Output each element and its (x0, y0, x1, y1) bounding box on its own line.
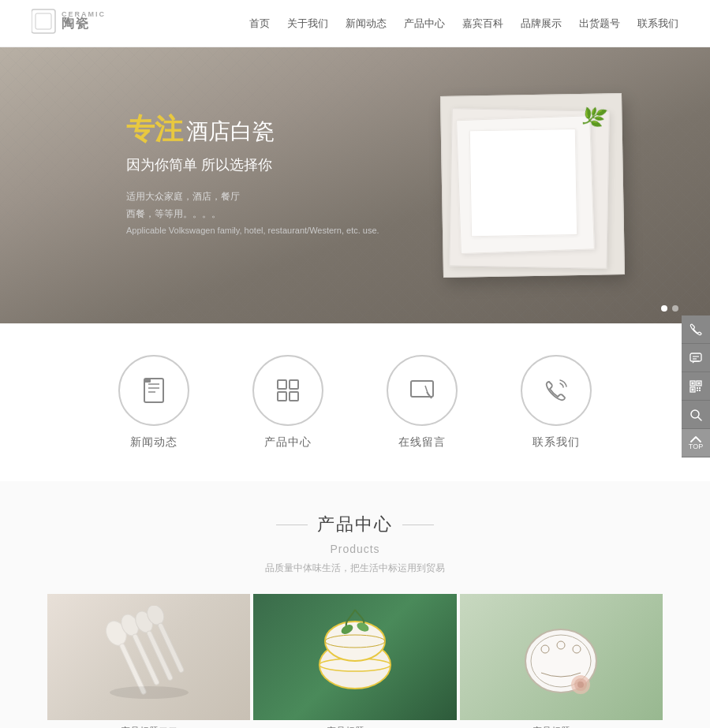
nav-contact[interactable]: 联系我们 (637, 17, 678, 31)
hero-banner: 专注 酒店白瓷 因为你简单 所以选择你 适用大众家庭，酒店，餐厅 西餐，等等用。… (0, 47, 710, 323)
products-desc: 品质量中体味生活，把生活中标运用到贸易 (47, 562, 663, 575)
dot-2[interactable] (672, 305, 678, 312)
products-section: 产品中心 Products 品质量中体味生活，把生活中标运用到贸易 (0, 481, 710, 728)
svg-rect-13 (290, 380, 298, 389)
svg-text:CERAMIC: CERAMIC (62, 10, 106, 18)
svg-rect-80 (699, 390, 701, 391)
banner-dots (661, 305, 678, 312)
nav-home[interactable]: 首页 (249, 17, 270, 31)
product-name-3: 产品标题一一 (460, 720, 663, 728)
svg-rect-79 (697, 390, 698, 391)
svg-rect-76 (692, 388, 694, 390)
products-label: 产品中心 (264, 435, 312, 450)
sidebar-chat-btn[interactable] (682, 344, 710, 372)
products-title-en: Products (47, 543, 663, 555)
banner-product-image: 🌿 (442, 95, 631, 284)
svg-point-27 (110, 686, 189, 699)
main-nav: 首页 关于我们 新闻动态 产品中心 嘉宾百科 品牌展示 出货题号 联系我们 (249, 17, 678, 31)
svg-rect-14 (278, 392, 286, 401)
svg-text:陶瓷: 陶瓷 (62, 17, 90, 30)
sidebar-phone-btn[interactable] (682, 315, 710, 344)
svg-point-41 (577, 681, 584, 688)
banner-text-content: 专注 酒店白瓷 因为你简单 所以选择你 适用大众家庭，酒店，餐厅 西餐，等等用。… (126, 110, 379, 235)
logo-text: 陶瓷 CERAMIC (32, 6, 126, 42)
quick-nav-section: 新闻动态 产品中心 在线留言 (0, 323, 710, 481)
svg-rect-74 (692, 382, 694, 384)
nav-brand[interactable]: 品牌展示 (521, 17, 562, 31)
banner-title-highlight: 专注 (126, 110, 183, 149)
section-title-area: 产品中心 Products 品质量中体味生活，把生活中标运用到贸易 (47, 513, 663, 575)
svg-line-18 (425, 386, 428, 395)
sidebar-search-btn[interactable] (682, 401, 710, 429)
banner-desc-en: Applicable Volkswagen family, hotel, res… (126, 226, 379, 235)
svg-rect-75 (698, 382, 701, 384)
product-card-3[interactable]: 产品标题一一 (460, 594, 663, 728)
banner-subtitle: 因为你简单 所以选择你 (126, 155, 379, 174)
svg-rect-12 (278, 380, 286, 389)
products-grid: 产品标题二二 产品标题一一 (47, 594, 663, 728)
svg-rect-1 (36, 13, 51, 29)
contact-label: 联系我们 (532, 435, 580, 450)
message-label: 在线留言 (398, 435, 446, 450)
product-card-1[interactable]: 产品标题二二 (47, 594, 250, 728)
nav-news[interactable]: 新闻动态 (346, 17, 387, 31)
quick-nav-contact[interactable]: 联系我们 (521, 355, 592, 450)
nav-products[interactable]: 产品中心 (404, 17, 445, 31)
sidebar-qr-btn[interactable] (682, 372, 710, 401)
banner-desc-cn: 适用大众家庭，酒店，餐厅 西餐，等等用。。。。 (126, 189, 379, 222)
nav-wiki[interactable]: 嘉宾百科 (462, 17, 503, 31)
news-label: 新闻动态 (130, 435, 178, 450)
quick-nav-message[interactable]: 在线留言 (387, 355, 458, 450)
sidebar-top-btn[interactable]: TOP (682, 429, 710, 457)
title-line-left (276, 525, 308, 525)
svg-rect-68 (690, 353, 701, 361)
svg-rect-78 (699, 387, 701, 389)
product-card-2[interactable]: 产品标题一一 (253, 594, 456, 728)
product-name-2: 产品标题一一 (253, 720, 456, 728)
product-image-3 (460, 594, 663, 720)
floating-sidebar: TOP (682, 315, 710, 457)
nav-shipment[interactable]: 出货题号 (579, 17, 620, 31)
products-title-cn: 产品中心 (317, 513, 393, 536)
svg-rect-16 (411, 381, 433, 397)
svg-line-82 (698, 417, 701, 420)
product-image-2 (253, 594, 456, 720)
product-name-1: 产品标题二二 (47, 720, 250, 728)
nav-about[interactable]: 关于我们 (287, 17, 328, 31)
contact-icon-circle (521, 355, 592, 426)
header: 陶瓷 CERAMIC 首页 关于我们 新闻动态 产品中心 嘉宾百科 品牌展示 出… (0, 0, 710, 47)
svg-rect-11 (144, 379, 151, 383)
news-icon-circle (118, 355, 189, 426)
svg-point-30 (325, 622, 385, 661)
message-icon-circle (387, 355, 458, 426)
banner-title-rest: 酒店白瓷 (186, 117, 275, 147)
logo-area: 陶瓷 CERAMIC (32, 6, 126, 42)
svg-rect-15 (290, 392, 298, 401)
top-label: TOP (689, 443, 703, 450)
quick-nav-news[interactable]: 新闻动态 (118, 355, 189, 450)
product-image-1 (47, 594, 250, 720)
products-icon-circle (252, 355, 323, 426)
svg-rect-77 (697, 387, 698, 389)
dot-1[interactable] (661, 305, 667, 312)
quick-nav-products[interactable]: 产品中心 (252, 355, 323, 450)
title-line-right (402, 525, 434, 525)
title-decoration: 产品中心 (47, 513, 663, 536)
